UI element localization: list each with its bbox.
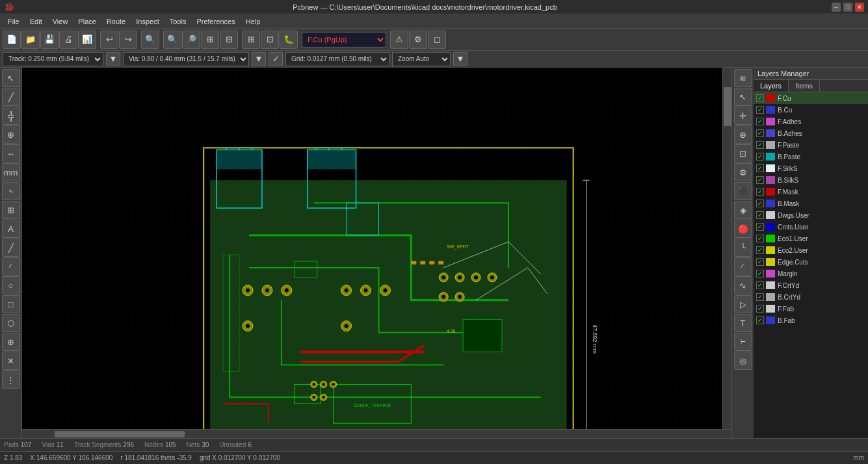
- via-rt-button[interactable]: ⊡: [734, 144, 752, 162]
- layer-check-b-paste[interactable]: ✓: [756, 153, 764, 161]
- delete-button[interactable]: ✕: [2, 352, 20, 370]
- add-footprint-button[interactable]: ⊞: [2, 201, 20, 219]
- layer-check-f-adhes[interactable]: ✓: [756, 118, 764, 125]
- arrow-rt-button[interactable]: ▷: [734, 295, 752, 313]
- menu-item-preferences[interactable]: Preferences: [191, 16, 240, 27]
- layer-row-f-fab[interactable]: ✓F.Fab: [754, 303, 868, 315]
- layer-row-margin[interactable]: ✓Margin: [754, 268, 868, 279]
- layer-selector[interactable]: F.Cu (PgUp) B.Cu: [302, 32, 386, 47]
- zoom-out-button[interactable]: 🔎: [182, 31, 200, 49]
- layer-row-f-cu[interactable]: ✓F.Cu: [754, 92, 868, 104]
- layer-check-dwgs-user[interactable]: ✓: [756, 211, 764, 219]
- vertical-scrollbar[interactable]: [722, 68, 731, 429]
- zoom-fit-button[interactable]: ⊞: [201, 31, 219, 49]
- wave-rt-button[interactable]: ∿: [734, 276, 752, 294]
- tab-items[interactable]: Items: [789, 80, 820, 92]
- layer-row-f-paste[interactable]: ✓F.Paste: [754, 139, 868, 151]
- open-file-button[interactable]: 📁: [21, 31, 40, 49]
- layer-check-b-fab[interactable]: ✓: [756, 316, 764, 324]
- via-selector[interactable]: Via: 0.80 / 0.40 mm (31.5 / 15.7 mils): [123, 52, 249, 66]
- track-edit-button[interactable]: ▼: [106, 52, 120, 66]
- layer-check-f-fab[interactable]: ✓: [756, 305, 764, 313]
- layer-row-eco2-user[interactable]: ✓Eco2.User: [754, 244, 868, 256]
- minimize-button[interactable]: ─: [832, 3, 841, 12]
- axis-rt-button[interactable]: ⊢: [734, 333, 752, 351]
- 3d-viewer-button[interactable]: ◻: [428, 31, 446, 49]
- crosshair2-button[interactable]: ⊕: [734, 125, 752, 144]
- layer-row-b-crtyd[interactable]: ✓B.CrtYd: [754, 291, 868, 303]
- horizontal-scrollbar[interactable]: [22, 429, 731, 438]
- draw-circle-button[interactable]: ○: [2, 276, 20, 294]
- net-rt-button[interactable]: ⬛: [734, 182, 752, 200]
- layer-check-b-mask[interactable]: ✓: [756, 200, 764, 207]
- layer-check-eco1-user[interactable]: ✓: [756, 235, 764, 242]
- draw-line-button[interactable]: ╱: [2, 238, 20, 257]
- close-button[interactable]: ✕: [855, 3, 864, 12]
- layer-row-eco1-user[interactable]: ✓Eco1.User: [754, 233, 868, 244]
- add-rule-area-button[interactable]: ⬡: [2, 314, 20, 332]
- horizontal-scroll-thumb[interactable]: [55, 431, 185, 437]
- vertical-scroll-thumb[interactable]: [724, 87, 731, 126]
- origin-button[interactable]: ⊕: [2, 333, 20, 351]
- layer-row-b-paste[interactable]: ✓B.Paste: [754, 151, 868, 162]
- zone-rt-button[interactable]: ◈: [734, 201, 752, 219]
- new-file-button[interactable]: 📄: [3, 31, 21, 49]
- undo-button[interactable]: ↩: [100, 31, 118, 49]
- zoom-area-button[interactable]: ⊟: [220, 31, 238, 49]
- layer-row-f-silks[interactable]: ✓F.SilkS: [754, 162, 868, 174]
- layer-check-cmts-user[interactable]: ✓: [756, 223, 764, 231]
- grid-selector[interactable]: Grid: 0.0127 mm (0.50 mils): [285, 52, 389, 66]
- route-track-button[interactable]: ╱: [2, 88, 20, 106]
- fab-rt-button[interactable]: ⚙: [734, 163, 752, 181]
- menu-item-inspect[interactable]: Inspect: [131, 16, 164, 27]
- redo-button[interactable]: ↪: [119, 31, 137, 49]
- via-edit-button[interactable]: ▼: [252, 52, 266, 66]
- select-rt-button[interactable]: ↖: [734, 88, 752, 106]
- layer-row-f-crtyd[interactable]: ✓F.CrtYd: [754, 279, 868, 291]
- layer-row-edge-cuts[interactable]: ✓Edge.Cuts: [754, 256, 868, 268]
- layer-check-f-silks[interactable]: ✓: [756, 164, 764, 172]
- layer-row-b-fab[interactable]: ✓B.Fab: [754, 315, 868, 326]
- layer-check-f-mask[interactable]: ✓: [756, 188, 764, 196]
- arc-rt-button[interactable]: ◜: [734, 257, 752, 276]
- select-button[interactable]: ↖: [2, 69, 20, 87]
- add-text-button[interactable]: A: [2, 220, 20, 238]
- layer-check-eco2-user[interactable]: ✓: [756, 246, 764, 254]
- layer-check-margin[interactable]: ✓: [756, 270, 764, 277]
- drc-button[interactable]: ⚠: [390, 31, 408, 49]
- pcb-canvas[interactable]: 73.711 mm 47.892 mm: [22, 68, 722, 429]
- menu-item-route[interactable]: Route: [101, 16, 131, 27]
- layer-check-b-adhes[interactable]: ✓: [756, 129, 764, 137]
- tab-layers[interactable]: Layers: [754, 80, 789, 92]
- mm-button[interactable]: mm: [2, 163, 20, 181]
- print-button[interactable]: 🖨: [59, 31, 77, 49]
- layer-row-f-adhes[interactable]: ✓F.Adhes: [754, 116, 868, 127]
- draw-arc-button[interactable]: ◜: [2, 257, 20, 276]
- layer-check-b-silks[interactable]: ✓: [756, 176, 764, 184]
- apply-button[interactable]: ✓: [269, 52, 283, 66]
- layer-row-cmts-user[interactable]: ✓Cmts.User: [754, 221, 868, 233]
- menu-item-edit[interactable]: Edit: [25, 16, 47, 27]
- plot-button[interactable]: 📊: [78, 31, 96, 49]
- layer-row-dwgs-user[interactable]: ✓Dwgs.User: [754, 209, 868, 221]
- save-file-button[interactable]: 💾: [40, 31, 59, 49]
- menu-item-help[interactable]: Help: [241, 16, 266, 27]
- layer-row-b-silks[interactable]: ✓B.SilkS: [754, 174, 868, 186]
- layer-row-b-adhes[interactable]: ✓B.Adhes: [754, 127, 868, 139]
- add-via-button[interactable]: ⊕: [2, 125, 20, 144]
- search-button[interactable]: 🔍: [141, 31, 159, 49]
- layer-check-b-cu[interactable]: ✓: [756, 106, 764, 114]
- track-selector[interactable]: Track: 0.250 mm (9.84 mils): [3, 52, 103, 66]
- text-rt-button[interactable]: T: [734, 314, 752, 332]
- menu-item-view[interactable]: View: [47, 16, 73, 27]
- layer-check-edge-cuts[interactable]: ✓: [756, 258, 764, 266]
- zoom-dropdown-button[interactable]: ▼: [453, 52, 467, 66]
- route-diff-pair-button[interactable]: ╬: [2, 107, 20, 125]
- layer-check-f-crtyd[interactable]: ✓: [756, 281, 764, 289]
- tune-length-button[interactable]: ∿: [2, 182, 20, 200]
- menu-item-place[interactable]: Place: [73, 16, 101, 27]
- zoom-in-button[interactable]: 🔍: [163, 31, 181, 49]
- net-inspector-button[interactable]: ⊞: [242, 31, 260, 49]
- target-rt-button[interactable]: ◎: [734, 352, 752, 370]
- layer-check-f-paste[interactable]: ✓: [756, 141, 764, 149]
